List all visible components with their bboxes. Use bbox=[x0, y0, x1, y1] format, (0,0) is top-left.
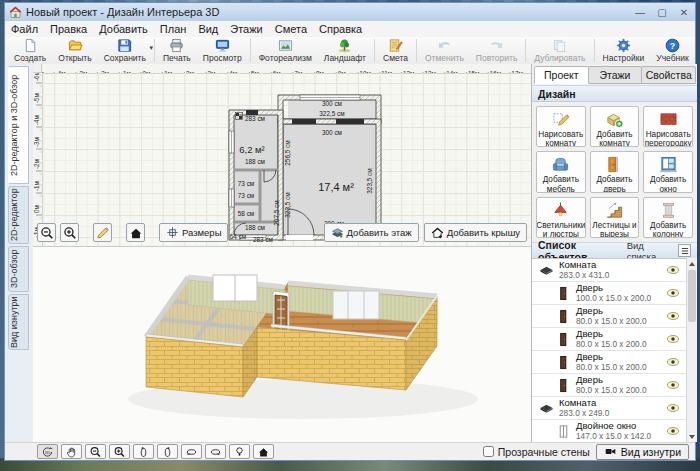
toolbar-tree-button[interactable]: Ландшафт bbox=[318, 37, 372, 64]
title-bar[interactable]: Новый проект - Дизайн Интерьера 3D — ▢ ✕ bbox=[5, 3, 695, 22]
zoom-out-button[interactable] bbox=[37, 223, 56, 242]
rotate-360-button[interactable]: 360 bbox=[37, 444, 58, 459]
visibility-eye-icon[interactable] bbox=[666, 309, 680, 323]
toolbar-undo-arrow-button: Отменить bbox=[419, 37, 470, 64]
sizes-button[interactable]: Размеры bbox=[159, 223, 228, 242]
transparent-walls-checkbox[interactable] bbox=[483, 446, 494, 457]
home-plan-icon bbox=[129, 226, 143, 240]
menu-item-0[interactable]: Файл bbox=[5, 22, 44, 36]
visibility-eye-icon[interactable] bbox=[666, 286, 680, 300]
plan-canvas[interactable]: 300 см322,5 см300 см256,5 см323,5 см17,4… bbox=[42, 73, 531, 246]
scroll-down-icon[interactable] bbox=[687, 431, 697, 442]
transparent-walls-option[interactable]: Прозрачные стены bbox=[483, 446, 590, 458]
visibility-eye-icon[interactable] bbox=[666, 424, 680, 438]
object-row-7[interactable]: Двойное окно147.0 x 15.0 x 142.0 bbox=[532, 420, 686, 442]
toolbar-monitor-button[interactable]: Просмотр bbox=[197, 37, 248, 64]
object-row-5[interactable]: Дверь80.0 x 15.0 x 200.0 bbox=[532, 374, 686, 397]
brick-wall-button[interactable]: Нарисовать перегородку bbox=[643, 106, 693, 147]
draw-room-button[interactable]: Нарисовать комнату bbox=[536, 106, 586, 147]
pan-hand-icon bbox=[65, 446, 78, 458]
app-icon bbox=[9, 6, 22, 19]
visibility-eye-icon[interactable] bbox=[666, 378, 680, 392]
menu-item-7[interactable]: Справка bbox=[313, 22, 368, 36]
zoom-out-icon bbox=[89, 446, 102, 458]
svg-text:283 см: 283 см bbox=[245, 115, 265, 122]
stairs-button[interactable]: Лестницы и вырезы bbox=[590, 197, 640, 238]
svg-text:73 см: 73 см bbox=[238, 180, 254, 187]
inside-view-button[interactable]: Вид изнутри bbox=[596, 444, 689, 460]
minimize-button[interactable]: — bbox=[629, 4, 651, 21]
toolbar-save-floppy-button[interactable]: Сохранить▾ bbox=[98, 37, 152, 64]
toolbar-help-circle-button[interactable]: ?Учебник bbox=[650, 37, 695, 64]
objects-list[interactable]: Комната283.0 x 431.0Дверь100.0 x 15.0 x … bbox=[532, 258, 697, 442]
zoom-out-button[interactable] bbox=[85, 444, 106, 459]
object-row-1[interactable]: Дверь100.0 x 15.0 x 200.0 bbox=[532, 282, 686, 305]
home-plan-button[interactable] bbox=[253, 444, 274, 459]
toolbar-open-folder-button[interactable]: Открыть bbox=[52, 37, 97, 64]
scroll-up-icon[interactable] bbox=[687, 258, 697, 269]
armchair-button[interactable]: Добавить мебель bbox=[536, 151, 586, 192]
toolbar-new-doc-button[interactable]: Создать bbox=[8, 37, 52, 64]
toolbar-notepad-button[interactable]: Смета bbox=[377, 37, 414, 64]
panel-tab-2[interactable]: Свойства bbox=[641, 66, 696, 84]
list-view-button[interactable] bbox=[678, 244, 691, 257]
lamp-button[interactable]: Светильники и люстры bbox=[536, 197, 586, 238]
side-tab-2[interactable]: 3D-обзор bbox=[8, 246, 29, 292]
orbit-left-button[interactable] bbox=[181, 444, 202, 459]
home-plan-button[interactable] bbox=[126, 223, 145, 242]
object-row-0[interactable]: Комната283.0 x 431.0 bbox=[532, 259, 686, 282]
menu-item-5[interactable]: Этажи bbox=[224, 22, 268, 36]
dropdown-arrow-icon[interactable]: ▾ bbox=[149, 44, 153, 52]
toolbar-gear-button[interactable]: Настройки bbox=[597, 37, 651, 64]
add-floor-button[interactable]: Добавить этаж bbox=[324, 223, 419, 242]
add-roof-button[interactable]: Добавить крышу bbox=[424, 223, 527, 242]
rotate-left-button[interactable] bbox=[133, 444, 154, 459]
zoom-in-button[interactable] bbox=[60, 223, 79, 242]
menu-item-3[interactable]: План bbox=[154, 22, 193, 36]
door-obj-icon bbox=[556, 332, 571, 347]
maximize-button[interactable]: ▢ bbox=[651, 4, 673, 21]
visibility-eye-icon[interactable] bbox=[666, 355, 680, 369]
floor-plan-drawing[interactable]: 300 см322,5 см300 см256,5 см323,5 см17,4… bbox=[42, 73, 531, 246]
zoom-in-button[interactable] bbox=[109, 444, 130, 459]
menu-item-6[interactable]: Смета bbox=[269, 22, 313, 36]
light-bulb-button[interactable] bbox=[229, 444, 250, 459]
pan-hand-button[interactable] bbox=[61, 444, 82, 459]
objects-header: Список объектов Вид списка bbox=[532, 242, 697, 259]
object-row-4[interactable]: Дверь80.0 x 15.0 x 200.0 bbox=[532, 351, 686, 374]
menu-item-4[interactable]: Вид bbox=[192, 22, 224, 36]
svg-text:64 см: 64 см bbox=[230, 233, 246, 240]
rotate-right-button[interactable] bbox=[157, 444, 178, 459]
window-button[interactable]: Добавить окно bbox=[643, 151, 693, 192]
object-row-6[interactable]: Комната283.0 x 249.0 bbox=[532, 397, 686, 420]
panel-tab-0[interactable]: Проект bbox=[534, 66, 589, 84]
add-room-button[interactable]: Добавить комнату bbox=[590, 106, 640, 147]
plan-editor-2d[interactable]: -5м-4м-3м-2м-1м0м1м2м3м4м5м6м7м8м9м10м11… bbox=[33, 64, 531, 246]
visibility-eye-icon[interactable] bbox=[666, 401, 680, 415]
orbit-right-button[interactable] bbox=[205, 444, 226, 459]
house-3d-render[interactable] bbox=[33, 247, 531, 445]
close-button[interactable]: ✕ bbox=[673, 4, 695, 21]
side-tab-0[interactable]: 2D-редактор и 3D-обзор bbox=[8, 66, 29, 184]
toolbar-photo-button[interactable]: Фотореализм bbox=[253, 37, 318, 64]
visibility-eye-icon[interactable] bbox=[666, 263, 680, 277]
side-tab-1[interactable]: 2D-редактор bbox=[8, 186, 29, 244]
menu-item-2[interactable]: Добавить bbox=[93, 22, 154, 36]
floor-roof-buttons: Добавить этаж Добавить крышу bbox=[324, 223, 527, 242]
lamp-icon bbox=[551, 201, 570, 221]
viewer-3d[interactable] bbox=[33, 246, 531, 442]
ruler-pencil-button[interactable] bbox=[93, 223, 112, 242]
toolbar-printer-button[interactable]: Печать bbox=[157, 37, 197, 64]
objects-scrollbar[interactable] bbox=[686, 258, 697, 442]
door-button[interactable]: Добавить дверь bbox=[590, 151, 640, 192]
panel-tab-1[interactable]: Этажи bbox=[588, 66, 643, 84]
object-row-3[interactable]: Дверь80.0 x 15.0 x 200.0 bbox=[532, 328, 686, 351]
menu-item-1[interactable]: Правка bbox=[44, 22, 93, 36]
orbit-left-icon bbox=[185, 446, 198, 458]
visibility-eye-icon[interactable] bbox=[666, 332, 680, 346]
side-tab-3[interactable]: Вид изнутри bbox=[8, 294, 29, 350]
svg-text:322,5 см: 322,5 см bbox=[319, 110, 344, 117]
scroll-thumb[interactable] bbox=[688, 270, 696, 322]
column-button[interactable]: Добавить колонну bbox=[643, 197, 693, 238]
object-row-2[interactable]: Дверь80.0 x 15.0 x 200.0 bbox=[532, 305, 686, 328]
